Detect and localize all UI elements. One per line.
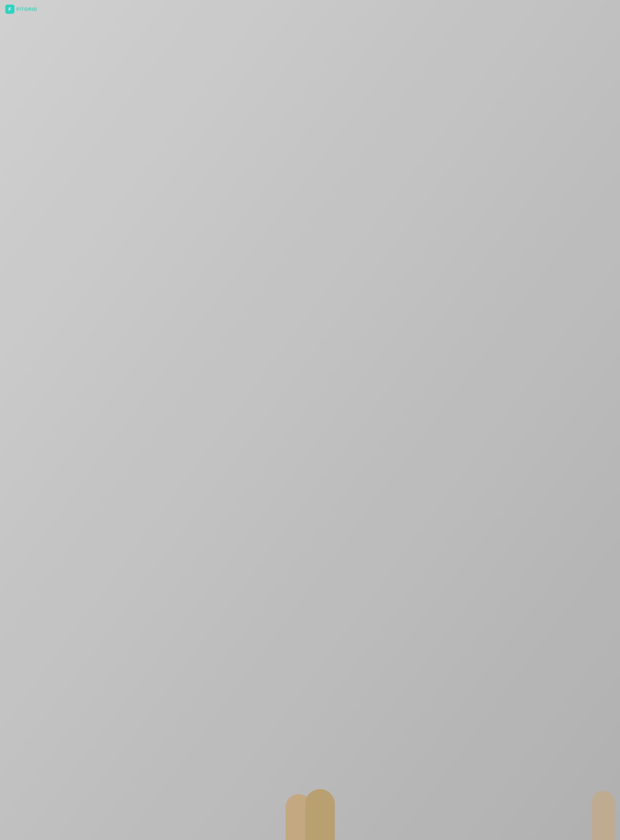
fitgrid-image: F FITGRID	[214, 185, 406, 251]
featured-cards-grid: ✦ nicejob Sarah G. just left a 5-star re…	[13, 185, 607, 298]
fitgrid-card: F FITGRID Smart software to improve staf…	[214, 185, 406, 298]
featured-partners-section: Featured Partners ✦ nicejob Sarah G. jus…	[0, 153, 620, 311]
